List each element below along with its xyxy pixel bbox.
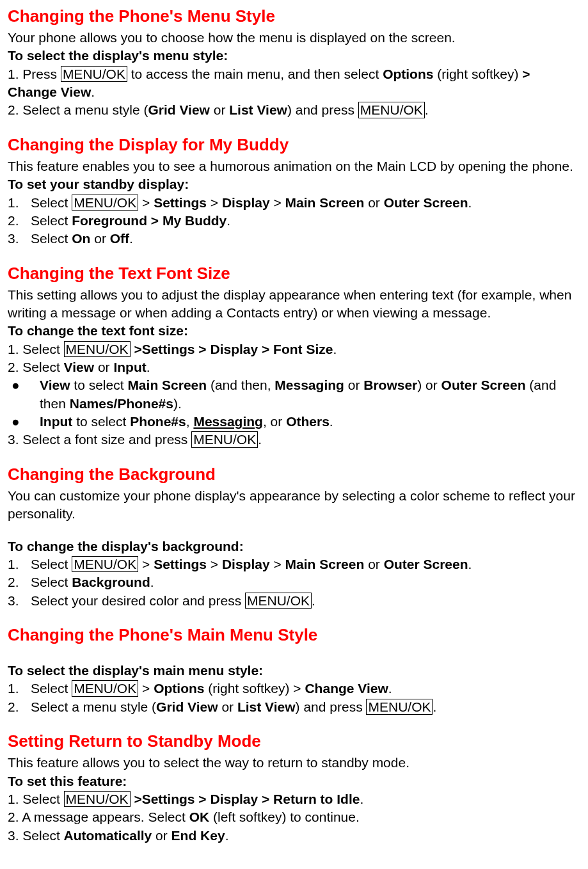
step-text: 1. Press MENU/OK to access the main menu… [8, 65, 580, 102]
menu-ok-key: MENU/OK [358, 102, 425, 118]
bullet-item: ● Input to select Phone#s, Messaging, or… [8, 413, 580, 431]
subheading: To change the display's background: [8, 538, 580, 555]
intro-text: This feature allows you to select the wa… [8, 754, 580, 772]
heading-background: Changing the Background [8, 463, 580, 486]
list-item: 3. Select On or Off. [8, 230, 580, 248]
bullet-icon: ● [8, 376, 40, 413]
list-item: 2. Select a menu style (Grid View or Lis… [8, 698, 580, 716]
intro-text: This feature enables you to see a humoro… [8, 157, 580, 175]
menu-ok-key: MENU/OK [72, 195, 138, 211]
step-text: 3. Select Automatically or End Key. [8, 827, 580, 845]
list-item: 1. Select MENU/OK > Options (right softk… [8, 680, 580, 698]
list-item: 3. Select your desired color and press M… [8, 592, 580, 610]
heading-standby-mode: Setting Return to Standby Mode [8, 730, 580, 753]
subheading: To set your standby display: [8, 175, 580, 193]
menu-ok-key: MENU/OK [64, 791, 131, 807]
menu-ok-key: MENU/OK [366, 699, 433, 715]
menu-ok-key: MENU/OK [64, 341, 131, 357]
heading-main-menu-style: Changing the Phone's Main Menu Style [8, 624, 580, 646]
subheading: To set this feature: [8, 772, 580, 790]
heading-font-size: Changing the Text Font Size [8, 262, 580, 285]
step-text: 1. Select MENU/OK >Settings > Display > … [8, 790, 580, 808]
subheading: To select the display's menu style: [8, 47, 580, 65]
menu-ok-key: MENU/OK [245, 593, 312, 609]
bullet-icon: ● [8, 413, 40, 431]
subheading: To change the text font size: [8, 322, 580, 340]
step-text: 2. Select a menu style (Grid View or Lis… [8, 101, 580, 119]
intro-text: You can customize your phone display's a… [8, 487, 580, 523]
step-text: 2. A message appears. Select OK (left so… [8, 808, 580, 826]
heading-my-buddy: Changing the Display for My Buddy [8, 134, 580, 156]
list-item: 1. Select MENU/OK > Settings > Display >… [8, 194, 580, 212]
list-item: 2. Select Background. [8, 573, 580, 591]
intro-text: Your phone allows you to choose how the … [8, 29, 580, 47]
list-item: 2. Select Foreground > My Buddy. [8, 212, 580, 230]
heading-menu-style: Changing the Phone's Menu Style [8, 5, 580, 28]
step-text: 3. Select a font size and press MENU/OK. [8, 431, 580, 449]
menu-ok-key: MENU/OK [72, 556, 138, 572]
step-text: 1. Select MENU/OK >Settings > Display > … [8, 340, 580, 358]
intro-text: This setting allows you to adjust the di… [8, 286, 580, 323]
menu-ok-key: MENU/OK [191, 431, 258, 447]
menu-ok-key: MENU/OK [72, 680, 138, 696]
menu-ok-key: MENU/OK [61, 66, 127, 82]
subheading: To select the display's main menu style: [8, 662, 580, 680]
bullet-item: ● View to select Main Screen (and then, … [8, 376, 580, 413]
list-item: 1. Select MENU/OK > Settings > Display >… [8, 555, 580, 573]
step-text: 2. Select View or Input. [8, 358, 580, 376]
